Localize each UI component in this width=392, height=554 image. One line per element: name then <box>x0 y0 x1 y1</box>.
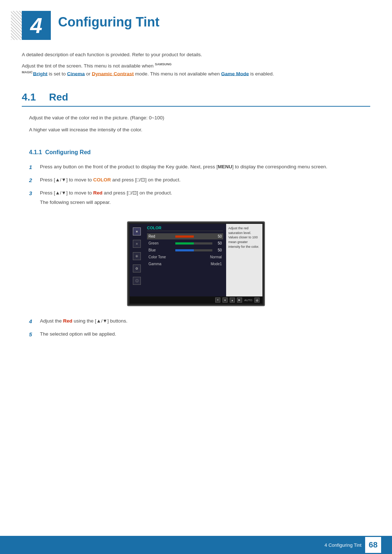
step-1: 1 Press any button on the front of the p… <box>29 163 363 172</box>
osd-item-red: Red 50 <box>147 233 223 239</box>
osd-icon-4: ✿ <box>133 264 141 272</box>
monitor-outer: ■ ≡ ⊕ ✿ ⓘ COLOR Red <box>127 221 265 306</box>
osd-menu: COLOR Red 50 Green <box>144 224 226 296</box>
page-container: 4 Configuring Tint A detailed descriptio… <box>0 0 392 554</box>
section-41-para1: Adjust the value of the color red in the… <box>29 114 363 122</box>
blue-bar-fill <box>175 249 194 251</box>
section-41-title: Red <box>49 91 68 103</box>
osd-item-color-tone: Color Tone Normal <box>147 254 223 260</box>
osd-bottom-bar: ✕ ▼ ▲ ▶ AUTO ⏻ <box>130 296 262 304</box>
step-3-sub: The following screen will appear. <box>40 198 363 206</box>
monitor-screen: ■ ≡ ⊕ ✿ ⓘ COLOR Red <box>130 224 262 296</box>
cinema-link[interactable]: Cinema <box>67 71 85 76</box>
osd-btn-x: ✕ <box>215 297 220 303</box>
section-41-content: Adjust the value of the color red in the… <box>0 107 392 142</box>
dynamic-contrast-link[interactable]: Dynamic Contrast <box>92 71 134 76</box>
subsection-411-header: 4.1.1 Configuring Red <box>0 142 392 159</box>
red-bar-fill <box>175 235 194 238</box>
game-mode-link[interactable]: Game Mode <box>221 71 249 76</box>
section-41-number: 4.1 <box>22 91 36 103</box>
section-41-para2: A higher value will increase the intensi… <box>29 126 363 134</box>
osd-auto-label: AUTO <box>244 299 252 302</box>
step-4: 4 Adjust the Red using the [▲/▼] buttons… <box>29 317 363 326</box>
osd-item-blue: Blue 50 <box>147 247 223 253</box>
monitor-container: ■ ≡ ⊕ ✿ ⓘ COLOR Red <box>0 221 392 306</box>
step-2: 2 Press [▲/▼] to move to COLOR and press… <box>29 176 363 185</box>
chapter-description: A detailed description of each function … <box>0 47 392 84</box>
osd-icon-2: ≡ <box>133 240 141 248</box>
section-41-header-row: 4.1 Red <box>0 84 392 106</box>
osd-icon-5: ⓘ <box>133 277 141 285</box>
green-bar-fill <box>175 242 194 245</box>
page-footer: 4 Configuring Tint 68 <box>0 536 392 554</box>
steps-list: 1 Press any button on the front of the p… <box>0 159 392 214</box>
chapter-number-text: 4 <box>30 13 42 38</box>
steps-list-45: 4 Adjust the Red using the [▲/▼] buttons… <box>0 313 392 347</box>
osd-icon-1: ■ <box>133 227 141 235</box>
osd-menu-title: COLOR <box>147 226 223 231</box>
desc-para1: A detailed description of each function … <box>22 51 370 59</box>
desc-para2: Adjust the tint of the screen. This menu… <box>22 62 370 78</box>
step-3: 3 Press [▲/▼] to move to Red and press [… <box>29 189 363 206</box>
osd-btn-down: ▼ <box>222 297 228 303</box>
osd-btn-enter: ▶ <box>237 297 242 303</box>
osd-btn-up: ▲ <box>230 297 235 303</box>
osd-item-gamma: Gamma Mode1 <box>147 261 223 267</box>
footer-text: 4 Configuring Tint <box>324 542 362 548</box>
osd-icon-3: ⊕ <box>133 252 141 260</box>
osd-item-green: Green 50 <box>147 240 223 246</box>
chapter-header: 4 Configuring Tint <box>0 0 392 47</box>
chapter-number: 4 <box>22 11 51 40</box>
step-5: 5 The selected option will be applied. <box>29 330 363 339</box>
osd-sidebar: ■ ≡ ⊕ ✿ ⓘ <box>130 224 144 296</box>
osd-btn-power: ⏻ <box>254 297 260 303</box>
bright-link[interactable]: Bright <box>33 71 48 76</box>
osd-note: Adjust the red saturation level. Values … <box>226 224 262 296</box>
chapter-title: Configuring Tint <box>58 11 159 30</box>
subsection-411-title: 4.1.1 Configuring Red <box>29 149 91 155</box>
footer-page-number: 68 <box>365 537 381 553</box>
